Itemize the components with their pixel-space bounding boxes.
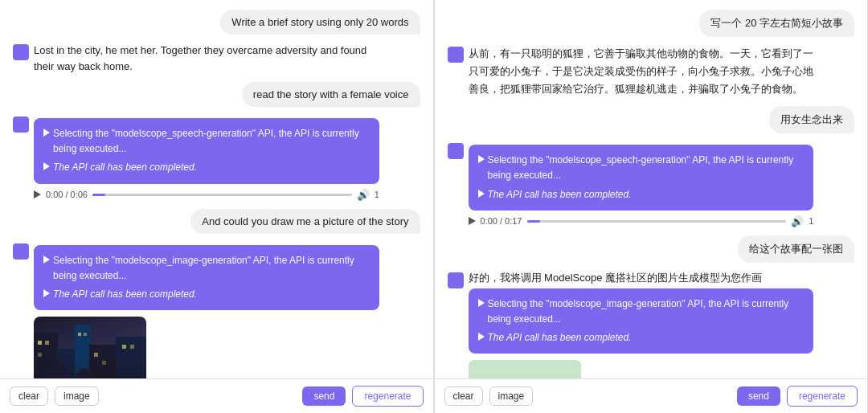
left-chat-area: Write a brief story using only 20 words …: [0, 0, 433, 378]
api-speech-box-left: Selecting the "modelscope_speech-generat…: [34, 118, 379, 184]
regenerate-button-right[interactable]: regenerate: [787, 386, 858, 407]
assistant-bubble-1: Lost in the city, he met her. Together t…: [34, 43, 379, 74]
svg-rect-17: [469, 360, 581, 378]
generated-image-fox: [469, 360, 581, 378]
avatar-3: [13, 243, 29, 260]
user-message-r2: 用女生念出来: [769, 106, 854, 133]
avatar-2: [13, 117, 29, 133]
send-button-right[interactable]: send: [737, 386, 780, 406]
avatar-r3: [448, 272, 464, 288]
right-chat-area: 写一个 20 字左右简短小故事 从前，有一只聪明的狐狸，它善于骗取其他动物的食物…: [435, 0, 868, 378]
svg-rect-5: [38, 341, 42, 345]
api-image-box-right: Selecting the "modelscope_image-generati…: [469, 288, 814, 354]
assistant-message-1: Lost in the city, he met her. Together t…: [13, 43, 379, 74]
svg-rect-12: [122, 345, 126, 349]
user-message-r1: 写一个 20 字左右简短小故事: [699, 10, 854, 37]
avatar-1: [13, 44, 29, 60]
assistant-bubble-r1: 从前，有一只聪明的狐狸，它善于骗取其他动物的食物。一天，它看到了一只可爱的小兔子…: [469, 45, 814, 98]
right-bottom-bar: clear image send regenerate: [435, 378, 868, 413]
user-message-r3: 给这个故事配一张图: [738, 235, 854, 263]
assistant-message-3: Selecting the "modelscope_image-generati…: [13, 242, 379, 378]
assistant-img-section-left: Selecting the "modelscope_image-generati…: [34, 242, 379, 378]
play-icon[interactable]: [34, 190, 41, 198]
assistant-message-2: Selecting the "modelscope_speech-generat…: [13, 115, 379, 201]
regenerate-button-left[interactable]: regenerate: [352, 386, 423, 407]
fox-svg: [469, 360, 581, 378]
user-message-3: And could you draw me a picture of the s…: [190, 209, 420, 234]
svg-rect-9: [84, 333, 87, 336]
assistant-message-r3: 好的，我将调用 ModelScope 魔搭社区的图片生成模型为您作画 Selec…: [448, 271, 814, 378]
right-panel: 写一个 20 字左右简短小故事 从前，有一只聪明的狐狸，它善于骗取其他动物的食物…: [435, 0, 869, 413]
svg-rect-6: [45, 341, 49, 345]
user-message-2: read the story with a female voice: [242, 82, 420, 107]
left-bottom-bar: clear image send regenerate: [0, 378, 433, 413]
image-button-left[interactable]: image: [55, 386, 99, 406]
intro-text-cn: 好的，我将调用 ModelScope 魔搭社区的图片生成模型为您作画: [469, 271, 814, 285]
assistant-message-r2: Selecting the "modelscope_speech-generat…: [448, 141, 814, 227]
volume-icon[interactable]: 🔊: [357, 189, 370, 201]
api-image-box-left: Selecting the "modelscope_image-generati…: [34, 245, 379, 311]
avatar-r1: [448, 47, 464, 63]
audio-player-right[interactable]: 0:00 / 0:17 🔊 1: [469, 215, 814, 227]
svg-rect-13: [130, 345, 134, 349]
avatar-r2: [448, 143, 464, 159]
play-icon-r[interactable]: [469, 217, 476, 225]
send-button-left[interactable]: send: [302, 386, 346, 406]
svg-rect-4: [116, 337, 146, 378]
assistant-api-box-r1: Selecting the "modelscope_speech-generat…: [469, 141, 814, 227]
svg-rect-8: [78, 333, 81, 336]
svg-rect-11: [102, 361, 106, 365]
clear-button-left[interactable]: clear: [10, 386, 48, 406]
api-speech-box-right: Selecting the "modelscope_speech-generat…: [469, 145, 814, 211]
assistant-message-r1: 从前，有一只聪明的狐狸，它善于骗取其他动物的食物。一天，它看到了一只可爱的小兔子…: [448, 45, 814, 98]
assistant-img-section-right: 好的，我将调用 ModelScope 魔搭社区的图片生成模型为您作画 Selec…: [469, 271, 814, 378]
image-button-right[interactable]: image: [489, 386, 534, 406]
audio-player-left[interactable]: 0:00 / 0:06 🔊 1: [34, 189, 379, 201]
svg-rect-7: [38, 353, 42, 357]
clear-button-right[interactable]: clear: [444, 386, 483, 406]
generated-image-city: [34, 317, 146, 378]
user-message-1: Write a brief story using only 20 words: [220, 10, 420, 35]
volume-icon-r[interactable]: 🔊: [791, 215, 804, 227]
left-panel: Write a brief story using only 20 words …: [0, 0, 434, 413]
assistant-api-box-1: Selecting the "modelscope_speech-generat…: [34, 115, 379, 201]
audio-track-r[interactable]: [527, 220, 787, 223]
svg-rect-10: [94, 353, 98, 357]
audio-track[interactable]: [92, 194, 352, 196]
